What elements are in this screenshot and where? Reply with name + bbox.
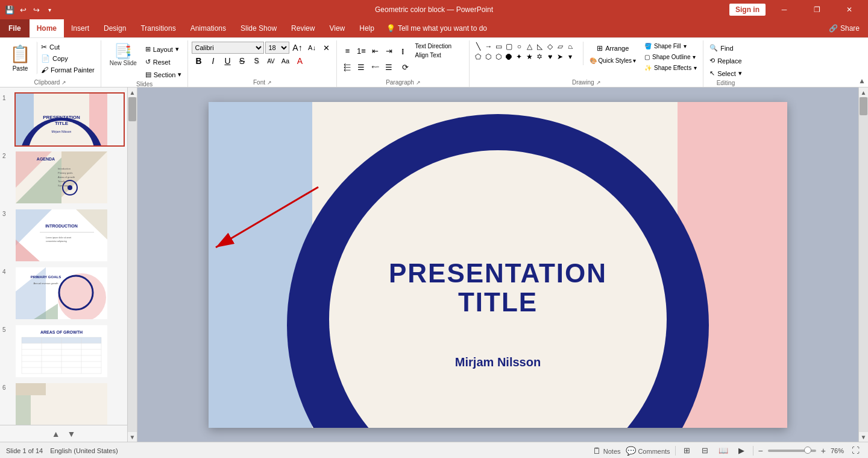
slide-thumbnail[interactable]: AREAS OF GROWTH bbox=[14, 324, 125, 378]
font-color-button[interactable]: A bbox=[293, 55, 306, 67]
list-item[interactable]: 3 INTRODUCTION Lorem ipsum dolor sit ame… bbox=[2, 208, 125, 262]
font-expand-icon[interactable]: ↗ bbox=[267, 80, 272, 86]
decrease-indent-button[interactable]: ⇤ bbox=[368, 45, 382, 57]
layout-button[interactable]: ⊞ Layout ▾ bbox=[143, 44, 184, 54]
restore-button[interactable]: ❐ bbox=[803, 0, 831, 19]
shape-diamond[interactable]: ◇ bbox=[545, 42, 555, 51]
bold-button[interactable]: B bbox=[192, 55, 205, 67]
slide-title[interactable]: PRESENTATION TITLE bbox=[389, 259, 607, 317]
align-left-button[interactable]: ⬱ bbox=[341, 61, 354, 73]
font-size-select[interactable]: 18 bbox=[265, 42, 289, 54]
zoom-level[interactable]: 76% bbox=[831, 447, 844, 454]
close-button[interactable]: ✕ bbox=[835, 0, 863, 19]
list-item[interactable]: 2 AGENDA Introduction bbox=[2, 150, 125, 205]
slide-thumbnail[interactable]: AGENDA Introduction Primary goals Areas … bbox=[14, 150, 125, 205]
tab-slideshow[interactable]: Slide Show bbox=[233, 19, 284, 37]
section-button[interactable]: ▤ Section ▾ bbox=[143, 69, 184, 80]
tab-insert[interactable]: Insert bbox=[64, 19, 96, 37]
tell-me-input[interactable]: 💡 Tell me what you want to do bbox=[386, 19, 487, 37]
shape-fill-button[interactable]: 🪣 Shape Fill ▾ bbox=[642, 42, 699, 51]
arrange-button[interactable]: ⊞ Arrange bbox=[587, 42, 638, 55]
list-item[interactable]: 6 bbox=[2, 382, 125, 425]
ribbon-collapse-button[interactable]: ▲ bbox=[856, 38, 868, 87]
shape-star5[interactable]: ★ bbox=[524, 52, 534, 62]
tab-review[interactable]: Review bbox=[284, 19, 322, 37]
slide-thumbnail[interactable]: INTRODUCTION Lorem ipsum dolor sit amet … bbox=[14, 208, 125, 262]
shape-octagon[interactable]: ⯃ bbox=[504, 52, 514, 62]
cut-button[interactable]: ✂ Cut bbox=[39, 42, 97, 52]
shape-star4[interactable]: ✦ bbox=[514, 52, 524, 62]
comments-button[interactable]: 💬 Comments bbox=[626, 446, 670, 456]
clipboard-expand-icon[interactable]: ↗ bbox=[61, 80, 66, 86]
format-painter-button[interactable]: 🖌 Format Painter bbox=[39, 65, 97, 75]
slide-sorter-button[interactable]: ⊟ bbox=[699, 444, 712, 457]
find-button[interactable]: 🔍 Find bbox=[707, 43, 744, 53]
tab-help[interactable]: Help bbox=[352, 19, 382, 37]
shadow-button[interactable]: S bbox=[250, 55, 263, 67]
align-right-button[interactable]: ⬳ bbox=[368, 61, 382, 73]
shape-heptagon[interactable]: ⬡ bbox=[494, 52, 503, 62]
zoom-increase[interactable]: + bbox=[821, 446, 826, 456]
change-case-button[interactable]: Aa bbox=[278, 55, 292, 67]
font-name-select[interactable]: Calibri bbox=[192, 42, 264, 54]
copy-button[interactable]: 📄 Copy bbox=[39, 53, 97, 64]
normal-view-button[interactable]: ⊞ bbox=[681, 444, 694, 457]
underline-button[interactable]: U bbox=[221, 55, 234, 67]
slide-scroll-up[interactable]: ▲ bbox=[48, 429, 64, 439]
reset-button[interactable]: ↺ Reset bbox=[143, 57, 184, 67]
quick-styles-button[interactable]: 🎨 Quick Styles ▾ bbox=[587, 56, 638, 65]
tab-animations[interactable]: Animations bbox=[183, 19, 233, 37]
main-scroll-down[interactable]: ▼ bbox=[859, 432, 868, 442]
shape-star6[interactable]: ✡ bbox=[535, 52, 544, 62]
bullets-button[interactable]: ≡ bbox=[341, 45, 354, 57]
notes-button[interactable]: 🗒 Notes bbox=[593, 446, 621, 456]
reading-view-button[interactable]: 📖 bbox=[717, 444, 730, 457]
redo-icon[interactable]: ↪ bbox=[31, 5, 41, 14]
font-grow-button[interactable]: A↑ bbox=[291, 42, 304, 54]
italic-button[interactable]: I bbox=[206, 55, 219, 67]
slide-thumbnail[interactable]: PRIMARY GOALS Annual revenue growth bbox=[14, 266, 125, 320]
shape-hexagon[interactable]: ⬡ bbox=[483, 52, 493, 62]
strikethrough-button[interactable]: S bbox=[235, 55, 248, 67]
shape-right-triangle[interactable]: ◺ bbox=[535, 42, 544, 51]
sign-in-button[interactable]: Sign in bbox=[729, 4, 766, 16]
char-spacing-button[interactable]: AV bbox=[264, 55, 277, 67]
zoom-slider[interactable] bbox=[768, 450, 816, 452]
scroll-down-btn[interactable]: ▼ bbox=[128, 432, 137, 442]
tab-file[interactable]: File bbox=[0, 19, 30, 37]
list-item[interactable]: 5 AREAS OF GROWTH bbox=[2, 324, 125, 378]
justify-button[interactable]: ☰ bbox=[382, 61, 395, 73]
text-direction-button[interactable]: Text Direction bbox=[412, 42, 454, 51]
align-center-button[interactable]: ☰ bbox=[354, 61, 368, 73]
align-text-button[interactable]: Align Text bbox=[412, 51, 454, 60]
tab-design[interactable]: Design bbox=[96, 19, 133, 37]
paste-button[interactable]: 📋 Paste bbox=[4, 42, 37, 74]
shape-line[interactable]: ╲ bbox=[473, 42, 483, 51]
scroll-thumb[interactable] bbox=[128, 97, 136, 121]
shape-more[interactable]: ▾ bbox=[565, 52, 575, 62]
customize-qat-icon[interactable]: ▾ bbox=[45, 5, 54, 14]
shape-trapezoid[interactable]: ⏢ bbox=[565, 42, 575, 51]
scroll-up-btn[interactable]: ▲ bbox=[128, 87, 137, 97]
save-icon[interactable]: 💾 bbox=[5, 5, 14, 14]
shape-heart[interactable]: ♥ bbox=[545, 52, 555, 62]
clear-format-button[interactable]: ✕ bbox=[319, 42, 333, 54]
tab-view[interactable]: View bbox=[322, 19, 352, 37]
columns-button[interactable]: ⫿ bbox=[396, 45, 409, 57]
list-item[interactable]: 4 PRIMARY GOALS Annual revenue growth bbox=[2, 266, 125, 320]
slideshow-button[interactable]: ▶ bbox=[735, 444, 748, 457]
fit-slide-button[interactable]: ⛶ bbox=[849, 444, 862, 457]
numbering-button[interactable]: 1≡ bbox=[354, 45, 368, 57]
list-item[interactable]: 1 PRESENTATION TITLE Mirjam Nilsson bbox=[2, 92, 125, 147]
shape-oval[interactable]: ○ bbox=[514, 42, 524, 51]
select-button[interactable]: ↖ Select ▾ bbox=[707, 68, 744, 78]
shape-arrow-right[interactable]: ➤ bbox=[555, 52, 565, 62]
main-scroll-up[interactable]: ▲ bbox=[859, 87, 868, 97]
new-slide-button[interactable]: 📑 New Slide bbox=[105, 42, 142, 69]
minimize-button[interactable]: ─ bbox=[770, 0, 798, 19]
slide-thumbnail[interactable] bbox=[14, 382, 125, 425]
tab-home[interactable]: Home bbox=[30, 19, 64, 37]
drawing-expand-icon[interactable]: ↗ bbox=[596, 80, 601, 86]
replace-button[interactable]: ⟲ Replace bbox=[707, 56, 744, 66]
shape-round-rect[interactable]: ▢ bbox=[504, 42, 514, 51]
